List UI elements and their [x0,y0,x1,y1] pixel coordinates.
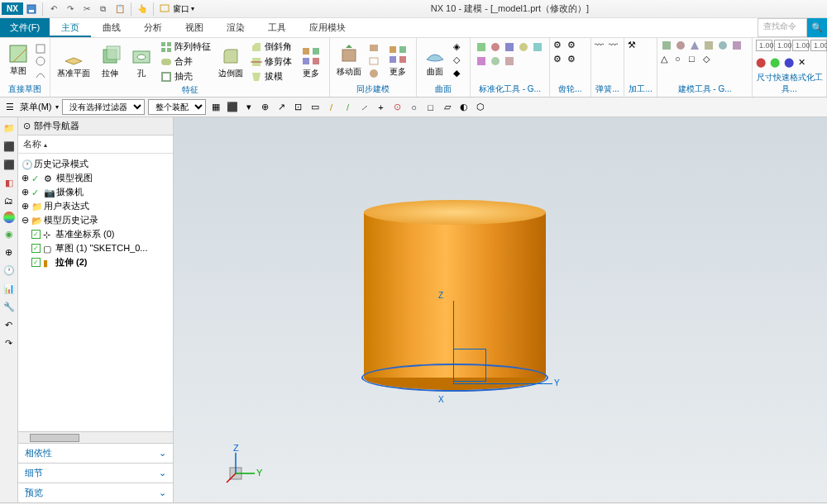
paste-icon[interactable]: 📋 [113,2,127,16]
std-icon8[interactable] [504,55,515,67]
sketch-button[interactable]: 草图 [3,40,33,78]
mt-icon1[interactable] [661,40,672,51]
lb-icon8[interactable]: ⊕ [2,245,17,259]
accordion-dependencies[interactable]: 相依性⌄ [18,443,173,463]
lb-clock-icon[interactable]: 🕐 [2,263,17,278]
mt-icon7[interactable]: △ [661,54,672,65]
file-menu[interactable]: 文件(F) [0,18,50,37]
mt-icon9[interactable]: □ [689,54,700,65]
nav-scrollbar[interactable] [18,431,173,443]
menu-icon[interactable]: ☰ [3,101,17,114]
accordion-details[interactable]: 细节⌄ [18,463,173,483]
df-icon3[interactable]: ⬤ [784,57,796,69]
fb-icon12[interactable]: ⊙ [391,101,404,114]
std-icon4[interactable] [518,41,529,53]
lb-icon12[interactable]: ↶ [2,317,17,332]
df-icon1[interactable]: ⬤ [756,57,767,69]
sync-icon2[interactable] [368,55,380,66]
tree-history-mode[interactable]: 🕐历史记录模式 [22,157,170,171]
tab-app[interactable]: 应用模块 [298,18,357,37]
accordion-preview[interactable]: 预览⌄ [18,483,173,502]
search-input[interactable]: 查找命令 [758,18,807,37]
surf-icon2[interactable]: ◇ [453,55,465,66]
undo-icon[interactable]: ↶ [47,2,60,16]
edge-blend-button[interactable]: 边倒圆 [215,43,246,81]
lb-icon5[interactable]: 🗂 [2,193,17,208]
dim-1[interactable]: 1.00 [756,40,772,51]
tree-model-history[interactable]: ⊖📂模型历史记录 [22,213,170,227]
tab-curve[interactable]: 曲线 [91,18,132,37]
std-icon2[interactable] [490,41,501,53]
sketch-sub-icon3[interactable] [35,68,46,79]
mt-icon4[interactable] [703,40,715,51]
more-sync-button[interactable]: 更多 [383,41,413,79]
sketch-sub-icon1[interactable] [35,43,46,55]
shell-button[interactable]: 抽壳 [158,69,213,83]
fb-icon13[interactable]: ○ [408,101,421,114]
spring-icon2[interactable]: 〰 [609,40,620,51]
mt-icon2[interactable] [675,40,686,51]
lb-nav-icon[interactable]: 📁 [2,121,17,136]
menu-button[interactable]: 菜单(M) [20,101,52,113]
sync-icon3[interactable] [368,68,380,79]
gear-icon3[interactable]: ⚙ [553,54,565,65]
tree-sketch-1[interactable]: ✓▢草图 (1) "SKETCH_0... [22,241,170,255]
search-button[interactable]: 🔍 [807,18,827,37]
fb-icon6[interactable]: ⊡ [292,101,305,114]
lb-icon4[interactable]: ◧ [2,175,17,190]
fb-icon5[interactable]: ↗ [275,101,289,114]
dim-3[interactable]: 1.00 [792,40,809,51]
sync-icon1[interactable] [368,41,380,53]
mt-icon3[interactable] [689,40,700,51]
surf-icon1[interactable]: ◈ [453,41,465,53]
copy-icon[interactable]: ⧉ [97,2,110,16]
filter-select-1[interactable]: 没有选择过滤器 [62,99,145,115]
sketch-sub-icon2[interactable] [35,55,46,67]
lb-icon2[interactable]: ⬛ [2,139,17,154]
chamfer-button[interactable]: 倒斜角 [248,40,294,54]
fb-icon3[interactable]: ▾ [242,101,256,114]
lb-icon11[interactable]: 🔧 [2,299,17,314]
fb-icon17[interactable]: ⬡ [474,101,487,114]
dim-4[interactable]: 1.00 [810,40,827,51]
lb-wifi-icon[interactable]: ◉ [2,226,17,241]
pattern-button[interactable]: 阵列特征 [158,40,213,54]
cut-icon[interactable]: ✂ [80,2,93,16]
surf-icon3[interactable]: ◆ [453,68,465,79]
std-icon5[interactable] [532,41,543,53]
nav-column-header[interactable]: 名称 ▴ [18,136,173,154]
tree-datum-csys[interactable]: ✓⊹基准坐标系 (0) [22,227,170,241]
fb-icon9[interactable]: / [342,101,355,114]
window-icon[interactable] [158,2,171,16]
tree-extrude-2[interactable]: ✓▮拉伸 (2) [22,255,170,269]
fb-icon4[interactable]: ⊕ [259,101,272,114]
3d-viewport[interactable]: G X / 网 system.com Z Y X Z Y [174,117,827,502]
move-face-button[interactable]: 移动面 [333,41,365,79]
tree-model-views[interactable]: ⊕✓⚙模型视图 [22,171,170,185]
std-icon1[interactable] [476,41,487,53]
df-icon4[interactable]: ✕ [798,57,810,69]
fb-icon7[interactable]: ▭ [308,101,322,114]
fb-icon8[interactable]: / [325,101,338,114]
spring-icon1[interactable]: 〰 [595,40,606,51]
window-menu[interactable]: 窗口 [173,3,189,15]
mt-icon10[interactable]: ◇ [703,54,715,65]
process-icon[interactable]: ⚒ [628,40,639,51]
tab-view[interactable]: 视图 [174,18,215,37]
fb-icon15[interactable]: ▱ [441,101,454,114]
fb-icon10[interactable]: ⟋ [358,101,371,114]
gear-icon4[interactable]: ⚙ [567,54,579,65]
mt-icon6[interactable] [731,40,743,51]
hole-button[interactable]: 孔 [127,43,156,81]
tab-home[interactable]: 主页 [50,18,91,37]
tree-user-expr[interactable]: ⊕📁用户表达式 [22,199,170,213]
touch-icon[interactable]: 👆 [136,2,149,16]
lb-icon13[interactable]: ↷ [2,335,17,350]
tree-cameras[interactable]: ⊕✓📷摄像机 [22,185,170,199]
datum-plane-button[interactable]: 基准平面 [54,43,93,81]
std-icon6[interactable] [476,55,487,67]
mt-icon8[interactable]: ○ [675,54,686,65]
surface-button[interactable]: 曲面 [420,41,450,79]
fb-icon16[interactable]: ◐ [457,101,471,114]
gear-icon2[interactable]: ⚙ [567,40,579,51]
